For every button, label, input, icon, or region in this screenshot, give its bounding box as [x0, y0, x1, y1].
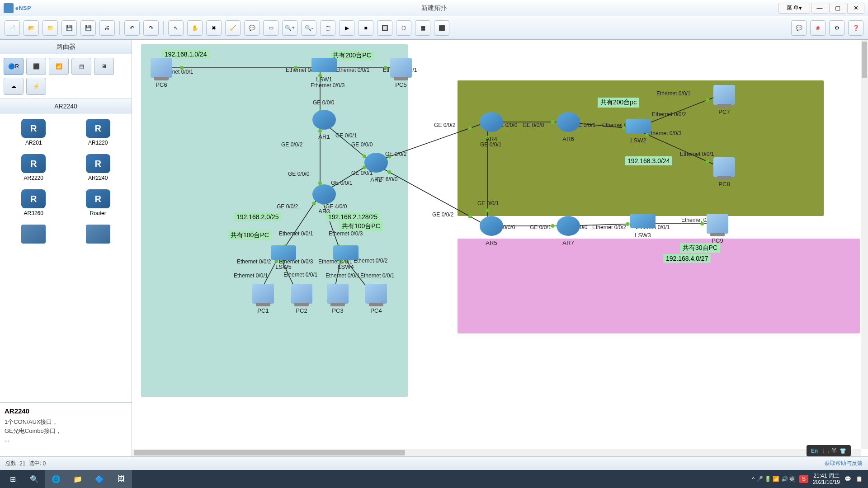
device-item[interactable]	[68, 223, 128, 247]
node-lsw2[interactable]: LSW2	[623, 119, 654, 144]
open-folder-button[interactable]: 📁	[42, 20, 58, 36]
device-label: Router	[90, 210, 106, 216]
node-pc6[interactable]: PC6	[146, 58, 177, 88]
total-value: 21	[19, 460, 25, 467]
device-item[interactable]: RAR3260	[4, 188, 64, 218]
zoom-in-button[interactable]: 🔍+	[282, 20, 297, 36]
message-button[interactable]: 💬	[791, 20, 807, 36]
port-label: Ethernet 0/0/1	[680, 151, 714, 157]
category-other[interactable]: ⚡	[26, 78, 46, 95]
print-button[interactable]: 🖨	[99, 20, 115, 36]
node-pc8[interactable]: PC8	[708, 157, 740, 188]
device-item[interactable]	[4, 223, 64, 247]
node-lsw3[interactable]: LSW3	[627, 214, 659, 239]
new-file-button[interactable]: 📄	[5, 20, 20, 36]
node-ar2[interactable]: AR2	[360, 153, 392, 183]
device-item[interactable]: RRouter	[68, 188, 128, 218]
redo-button[interactable]: ↷	[143, 20, 159, 36]
edge-task[interactable]: 🌐	[45, 470, 67, 488]
category-pc[interactable]: 🖥	[94, 58, 114, 75]
switch-icon	[630, 214, 656, 228]
clock[interactable]: 21:41 周二 2021/10/19	[813, 473, 840, 486]
help-button[interactable]: ❓	[848, 20, 863, 36]
logo-icon	[4, 3, 14, 13]
zoom-out-button[interactable]: 🔍-	[301, 20, 316, 36]
action-center-icon[interactable]: 📋	[856, 476, 863, 482]
app-task[interactable]: 🖼	[110, 470, 132, 488]
node-ar5[interactable]: AR5	[476, 216, 507, 246]
network-label: 192.168.2.0/25	[234, 212, 281, 221]
category-wlan[interactable]: 📶	[49, 58, 69, 75]
node-ar6[interactable]: AR6	[552, 112, 584, 142]
huawei-button[interactable]: ❀	[810, 20, 826, 36]
notifications-icon[interactable]: 💬	[844, 476, 851, 482]
text-tool[interactable]: 💬	[244, 20, 259, 36]
node-pc9[interactable]: PC9	[702, 214, 733, 244]
router-icon	[364, 153, 388, 173]
switch-icon	[333, 245, 359, 260]
start-menu[interactable]: ⊞	[2, 470, 24, 488]
window-title: 新建拓扑	[421, 4, 447, 12]
system-tray[interactable]: ^ 🎤 🔋 📶 🔊 英 S 21:41 周二 2021/10/19 💬 📋	[752, 473, 866, 486]
topology-button[interactable]: ⬡	[396, 20, 411, 36]
scrollbar-vertical[interactable]	[861, 40, 868, 449]
ime-badge[interactable]: S	[799, 475, 808, 483]
open-file-button[interactable]: 📂	[24, 20, 39, 36]
port-label: GE 0/0/0	[351, 141, 373, 148]
maximize-button[interactable]: ▢	[829, 3, 846, 14]
node-lsw5[interactable]: LSW5	[268, 245, 299, 270]
ime-indicator[interactable]: En ；，半 👕	[807, 445, 851, 456]
node-ar1[interactable]: AR1	[308, 110, 340, 140]
device-icon	[21, 225, 46, 244]
fit-button[interactable]: ⬚	[320, 20, 335, 36]
save-as-button[interactable]: 💾	[80, 20, 96, 36]
select-tool[interactable]: ↖	[168, 20, 184, 36]
category-switch[interactable]: ⬛	[26, 58, 46, 75]
pan-tool[interactable]: ✋	[187, 20, 203, 36]
windows-taskbar: ⊞ 🔍 🌐 📁 🔷 🖼 ^ 🎤 🔋 📶 🔊 英 S 21:41 周二 2021/…	[0, 470, 868, 488]
minimize-button[interactable]: —	[811, 3, 828, 14]
note-tool[interactable]: ▭	[263, 20, 278, 36]
pc-icon	[151, 58, 172, 78]
device-item[interactable]: RAR2220	[4, 152, 64, 183]
device-label: AR2240	[88, 175, 108, 181]
node-pc1[interactable]: PC1	[247, 284, 279, 314]
undo-button[interactable]: ↶	[124, 20, 140, 36]
node-pc5[interactable]: PC5	[385, 58, 417, 88]
clear-button[interactable]: 🧹	[225, 20, 241, 36]
topology-canvas[interactable]: PC6LSW1PC5AR1AR2AR3LSW5LSW4PC1PC2PC3PC4A…	[132, 40, 868, 456]
category-router[interactable]: 🔵R	[4, 58, 24, 75]
scrollbar-horizontal[interactable]	[132, 449, 861, 456]
explorer-task[interactable]: 📁	[67, 470, 89, 488]
help-link[interactable]: 获取帮助与反馈	[825, 460, 863, 467]
info-more: ...	[5, 435, 127, 444]
grid-button[interactable]: ▦	[415, 20, 430, 36]
node-pc3[interactable]: PC3	[322, 284, 354, 314]
start-button[interactable]: ▶	[339, 20, 354, 36]
node-pc2[interactable]: PC2	[286, 284, 317, 314]
info-title: AR2240	[5, 407, 127, 415]
category-cloud[interactable]: ☁	[4, 78, 24, 95]
node-lsw4[interactable]: LSW4	[330, 245, 362, 270]
capture-button[interactable]: 🔲	[377, 20, 392, 36]
close-button[interactable]: ✕	[847, 3, 864, 14]
node-ar3[interactable]: AR3	[308, 184, 340, 215]
node-ar4[interactable]: AR4	[476, 112, 507, 142]
device-list[interactable]: RAR201RAR1220RAR2220RAR2240RAR3260RRoute…	[0, 113, 132, 402]
node-ar7[interactable]: AR7	[552, 216, 584, 246]
device-item[interactable]: RAR2240	[68, 152, 128, 183]
device-item[interactable]: RAR1220	[68, 117, 128, 148]
category-firewall[interactable]: ▤	[71, 58, 91, 75]
console-button[interactable]: ⬛	[434, 20, 449, 36]
device-item[interactable]: RAR201	[4, 117, 64, 148]
node-pc7[interactable]: PC7	[708, 85, 740, 115]
menu-button[interactable]: 菜 单▾	[778, 3, 810, 14]
search-task[interactable]: 🔍	[24, 470, 45, 488]
delete-button[interactable]: ✖	[206, 20, 222, 36]
node-lsw1[interactable]: LSW1	[308, 58, 340, 83]
node-pc4[interactable]: PC4	[360, 284, 392, 314]
ensp-task[interactable]: 🔷	[89, 470, 110, 488]
save-button[interactable]: 💾	[61, 20, 77, 36]
stop-button[interactable]: ■	[358, 20, 373, 36]
settings-button[interactable]: ⚙	[829, 20, 844, 36]
